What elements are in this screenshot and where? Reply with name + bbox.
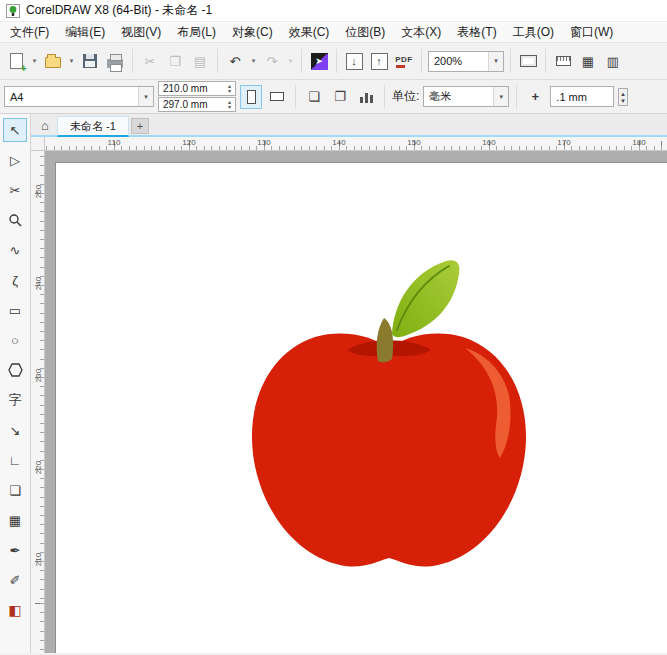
dimension-tool[interactable]: ↘ [3, 418, 27, 442]
document-tab-active[interactable]: 未命名 -1 [57, 116, 129, 137]
menu-item-object[interactable]: 对象(C) [224, 22, 281, 43]
polygon-icon [8, 363, 23, 377]
current-page-button[interactable]: ❏ [303, 85, 325, 109]
open-button[interactable] [42, 49, 64, 73]
fullscreen-preview-button[interactable] [517, 49, 539, 73]
drawing-canvas[interactable] [45, 151, 667, 653]
toolbar-separator [132, 49, 133, 73]
apple-graphic[interactable] [45, 151, 666, 653]
nudge-stepper[interactable]: ▴▾ [618, 88, 628, 106]
crop-tool[interactable]: ✂ [3, 178, 27, 202]
menu-item-tools[interactable]: 工具(O) [505, 22, 562, 43]
ruler-label: 110 [108, 138, 121, 147]
menu-item-text[interactable]: 文本(X) [393, 22, 449, 43]
paste-button[interactable]: ▤ [189, 49, 211, 73]
all-pages-button[interactable]: ❐ [329, 85, 351, 109]
window-title: CorelDRAW X8 (64-Bit) - 未命名 -1 [26, 2, 212, 19]
redo-button[interactable]: ↷ [261, 49, 283, 73]
nudge-offset-button[interactable]: + [524, 85, 546, 109]
rectangle-icon: ▭ [9, 303, 21, 318]
bar-chart-icon [359, 90, 373, 103]
copy-button[interactable]: ❐ [164, 49, 186, 73]
units-combo[interactable]: 毫米 ▾ [423, 86, 509, 107]
page-height-value: 297.0 mm [163, 99, 207, 110]
landscape-button[interactable] [266, 85, 288, 109]
height-stepper[interactable]: ▴▾ [228, 100, 231, 110]
cut-button[interactable]: ✂ [139, 49, 161, 73]
chevron-down-icon[interactable]: ▾ [138, 87, 153, 106]
home-tab-button[interactable]: ⌂ [33, 115, 57, 135]
drop-shadow-icon: ❏ [9, 483, 21, 498]
units-value: 毫米 [424, 89, 493, 104]
undo-dropdown[interactable]: ▾ [249, 57, 258, 65]
menu-item-effects[interactable]: 效果(C) [281, 22, 338, 43]
undo-button[interactable]: ↶ [224, 49, 246, 73]
zoom-level-combo[interactable]: 200% ▾ [428, 51, 504, 72]
publish-pdf-button[interactable]: PDF [393, 49, 415, 73]
polygon-tool[interactable] [3, 358, 27, 382]
pick-tool[interactable]: ↖ [3, 118, 27, 142]
new-document-button[interactable] [5, 49, 27, 73]
coreldraw-logo-icon [6, 4, 20, 18]
grid-options-button[interactable]: ▥ [602, 49, 624, 73]
import-button[interactable]: ↓ [343, 49, 365, 73]
chevron-down-icon[interactable]: ▾ [488, 52, 503, 71]
page-size-combo[interactable]: A4 ▾ [4, 86, 154, 107]
show-grid-button[interactable]: ▦ [577, 49, 599, 73]
portrait-button[interactable] [240, 85, 262, 109]
menu-item-table[interactable]: 表格(T) [449, 22, 504, 43]
text-icon: 字 [9, 391, 22, 409]
open-dropdown[interactable]: ▾ [67, 57, 76, 65]
zoom-tool[interactable] [3, 208, 27, 232]
transparency-tool[interactable]: ▦ [3, 508, 27, 532]
ruler-row: 110 120 130 140 150 160 170 180 [31, 137, 667, 151]
launcher-button[interactable]: ➤ [308, 49, 330, 73]
freehand-tool[interactable]: ∿ [3, 238, 27, 262]
outline-pen-icon: ✐ [10, 573, 21, 588]
export-button[interactable]: ↑ [368, 49, 390, 73]
fullscreen-icon [520, 55, 537, 67]
menu-item-window[interactable]: 窗口(W) [562, 22, 621, 43]
property-bar: A4 ▾ 210.0 mm ▴▾ 297.0 mm ▴▾ ❏ ❐ 单位: 毫米 … [0, 80, 667, 114]
nudge-icon: + [532, 89, 540, 104]
bezier-tool[interactable]: ζ [3, 268, 27, 292]
menu-item-layout[interactable]: 布局(L) [169, 22, 224, 43]
ellipse-tool[interactable]: ○ [3, 328, 27, 352]
eyedropper-tool[interactable]: ✒ [3, 538, 27, 562]
print-icon [107, 59, 123, 68]
shape-tool[interactable]: ▷ [3, 148, 27, 172]
print-button[interactable] [104, 49, 126, 73]
menu-item-file[interactable]: 文件(F) [2, 22, 57, 43]
ruler-label: 210 [34, 552, 43, 568]
drop-shadow-tool[interactable]: ❏ [3, 478, 27, 502]
menu-item-bitmaps[interactable]: 位图(B) [337, 22, 393, 43]
text-tool[interactable]: 字 [3, 388, 27, 412]
page-metrics-button[interactable] [355, 85, 377, 109]
toolbar-separator [384, 85, 385, 109]
nudge-distance-value: .1 mm [551, 91, 613, 103]
vertical-ruler[interactable]: 250 240 230 220 210 [31, 151, 45, 653]
nudge-distance-field[interactable]: .1 mm [550, 86, 614, 107]
crop-icon: ✂ [10, 183, 21, 198]
chevron-down-icon[interactable]: ▾ [493, 87, 508, 106]
menu-item-view[interactable]: 视图(V) [113, 22, 169, 43]
outline-pen-tool[interactable]: ✐ [3, 568, 27, 592]
bezier-icon: ζ [12, 273, 18, 288]
width-stepper[interactable]: ▴▾ [228, 84, 231, 94]
ruler-origin-corner[interactable] [31, 137, 45, 151]
ruler-icon [556, 56, 571, 66]
rectangle-tool[interactable]: ▭ [3, 298, 27, 322]
menu-item-edit[interactable]: 编辑(E) [57, 22, 113, 43]
new-tab-button[interactable]: + [131, 118, 149, 134]
redo-dropdown[interactable]: ▾ [286, 57, 295, 65]
page-height-field[interactable]: 297.0 mm ▴▾ [158, 97, 236, 112]
portrait-icon [247, 90, 256, 104]
fill-tool[interactable]: ◧ [3, 598, 27, 622]
toolbar-separator [421, 49, 422, 73]
show-rulers-button[interactable] [552, 49, 574, 73]
page-width-field[interactable]: 210.0 mm ▴▾ [158, 81, 236, 96]
save-button[interactable] [79, 49, 101, 73]
new-document-dropdown[interactable]: ▾ [30, 57, 39, 65]
horizontal-ruler[interactable]: 110 120 130 140 150 160 170 180 [45, 137, 667, 151]
connector-tool[interactable]: ∟ [3, 448, 27, 472]
